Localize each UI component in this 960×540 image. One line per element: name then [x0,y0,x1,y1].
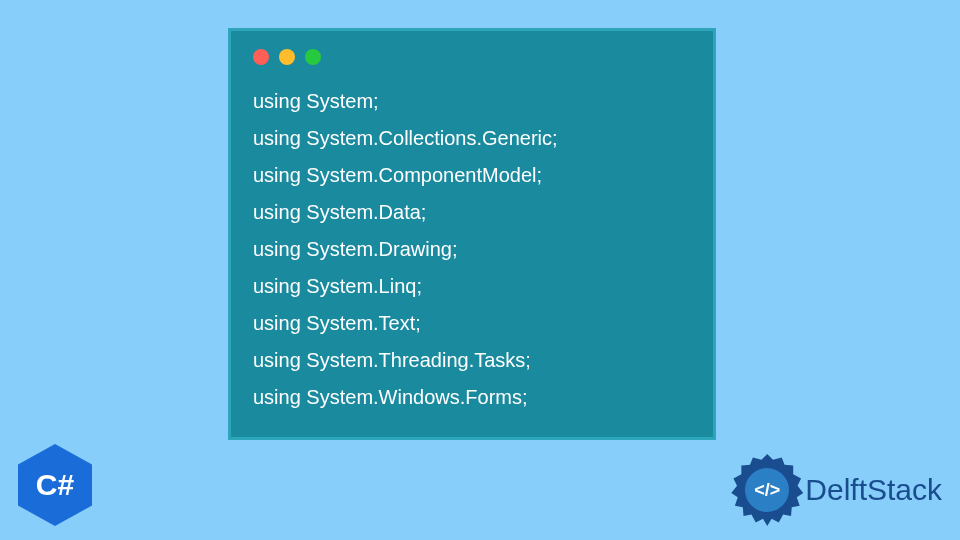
brand-name: DelftStack [805,473,942,507]
delftstack-logo: </> DelftStack [731,454,942,526]
hexagon-icon: C# [18,444,92,526]
csharp-badge: C# [18,444,92,526]
minimize-icon [279,49,295,65]
code-line: using System.Windows.Forms; [253,379,691,416]
code-line: using System.Linq; [253,268,691,305]
code-brackets-icon: </> [745,468,789,512]
code-line: using System.Text; [253,305,691,342]
code-line: using System.Collections.Generic; [253,120,691,157]
close-icon [253,49,269,65]
csharp-label: C# [36,468,74,502]
maximize-icon [305,49,321,65]
code-block: using System; using System.Collections.G… [253,83,691,416]
code-line: using System; [253,83,691,120]
code-window: using System; using System.Collections.G… [228,28,716,440]
code-line: using System.ComponentModel; [253,157,691,194]
gear-icon: </> [731,454,803,526]
code-line: using System.Drawing; [253,231,691,268]
code-line: using System.Data; [253,194,691,231]
window-controls [253,49,691,65]
code-line: using System.Threading.Tasks; [253,342,691,379]
